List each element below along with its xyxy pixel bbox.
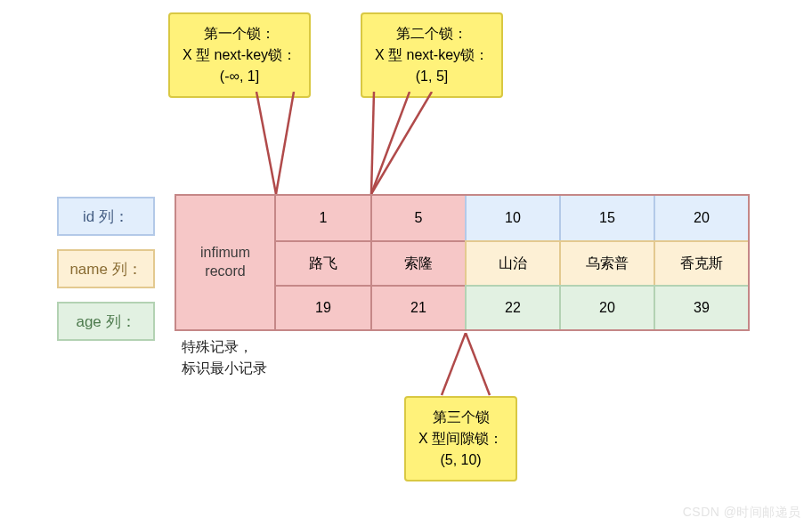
callout-2-line-2: X 型 next-key锁： [375, 45, 489, 66]
svg-line-2 [371, 92, 374, 194]
callout-1-line-2: X 型 next-key锁： [183, 45, 296, 66]
cell-name-4: 香克斯 [654, 240, 748, 285]
lock-callout-2: 第二个锁： X 型 next-key锁： (1, 5] [361, 12, 503, 98]
infimum-note: 特殊记录， 标识最小记录 [182, 336, 267, 379]
watermark: CSDN @时间邮递员 [683, 505, 801, 521]
cell-name-0: 路飞 [276, 240, 370, 285]
svg-line-0 [256, 92, 276, 194]
svg-line-3 [371, 92, 410, 194]
cell-id-0: 1 [276, 196, 370, 240]
cell-id-1: 5 [370, 196, 465, 240]
records-table: infimum record 1 5 10 15 20 路飞 索隆 山治 乌索普… [175, 194, 750, 331]
infimum-record-text: infimum record [200, 244, 250, 281]
row-label-age: age 列： [57, 302, 155, 341]
infimum-record-cell: infimum record [176, 196, 276, 329]
callout-1-line-3: (-∞, 1] [183, 66, 296, 87]
svg-line-6 [466, 333, 490, 395]
cell-age-4: 39 [654, 285, 748, 329]
svg-line-1 [276, 92, 294, 194]
row-label-name: name 列： [57, 249, 155, 288]
infimum-note-l2: 标识最小记录 [182, 358, 267, 379]
callout-1-line-1: 第一个锁： [183, 23, 296, 45]
cell-name-2: 山治 [465, 240, 559, 285]
svg-line-5 [442, 333, 466, 395]
row-label-id: id 列： [57, 197, 155, 236]
cell-age-2: 22 [465, 285, 559, 329]
callout-2-line-3: (1, 5] [375, 66, 489, 87]
records-grid: 1 5 10 15 20 路飞 索隆 山治 乌索普 香克斯 19 21 22 2… [276, 196, 748, 329]
cell-age-3: 20 [559, 285, 654, 329]
callout-3-tail [434, 333, 515, 401]
callout-1-tail [240, 92, 312, 194]
callout-3-line-2: X 型间隙锁： [418, 428, 503, 449]
callout-3-line-1: 第三个锁 [418, 407, 503, 428]
lock-callout-1: 第一个锁： X 型 next-key锁： (-∞, 1] [168, 12, 311, 98]
lock-callout-3: 第三个锁 X 型间隙锁： (5, 10) [404, 396, 517, 481]
callout-3-line-3: (5, 10) [418, 449, 503, 471]
infimum-note-l1: 特殊记录， [182, 336, 267, 358]
cell-id-2: 10 [465, 196, 559, 240]
cell-name-1: 索隆 [370, 240, 465, 285]
callout-2-tail [338, 92, 436, 194]
svg-line-4 [371, 92, 432, 194]
callout-2-line-1: 第二个锁： [375, 23, 489, 45]
cell-id-4: 20 [654, 196, 748, 240]
cell-id-3: 15 [559, 196, 654, 240]
cell-name-3: 乌索普 [559, 240, 654, 285]
cell-age-0: 19 [276, 285, 370, 329]
cell-age-1: 21 [370, 285, 465, 329]
